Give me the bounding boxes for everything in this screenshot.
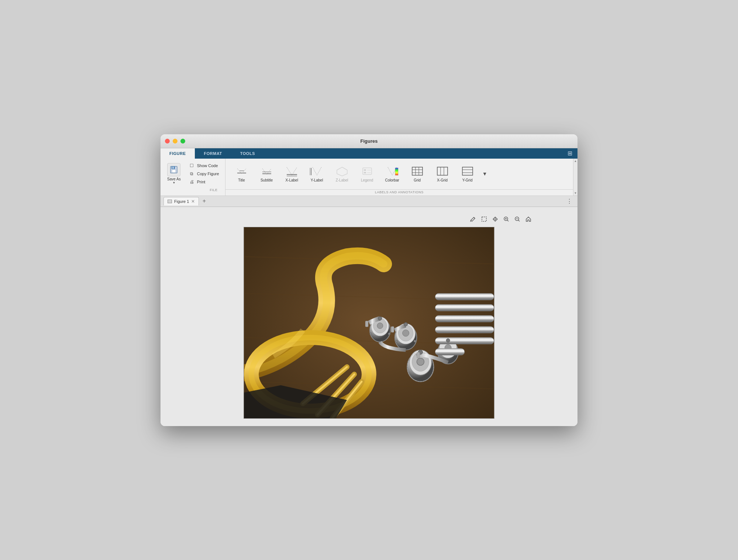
svg-rect-65 [435,293,494,300]
svg-rect-67 [435,315,494,322]
toolbar-scrollbar: ▲ ▼ [573,159,577,196]
tab-tools[interactable]: TOOLS [231,148,264,159]
grid-button[interactable]: Grid [406,162,429,186]
edit-tool-button[interactable] [468,214,478,224]
labels-section: Title Subtitle [225,159,573,196]
show-code-label: Show Code [197,163,218,168]
svg-rect-2 [172,170,176,173]
xgrid-icon [435,166,450,177]
subtitle-label: Subtitle [261,178,273,182]
ribbon-tabs: FIGURE FORMAT TOOLS ⊞ [161,148,577,159]
show-code-button[interactable]: ☐ Show Code [187,162,221,169]
svg-point-72 [404,322,408,326]
svg-rect-19 [412,167,423,175]
title-button[interactable]: Title [230,162,254,186]
select-tool-button[interactable] [479,214,489,224]
save-as-icon [167,163,180,176]
pan-tool-button[interactable] [490,214,500,224]
svg-rect-13 [363,168,372,174]
file-section: Save As ▼ ☐ Show Code ⧉ Copy Figure 🖨 Pr… [161,159,225,196]
svg-rect-70 [435,348,465,355]
svg-rect-27 [462,167,473,175]
figure-tab-close[interactable]: ✕ [191,199,195,204]
zoom-out-button[interactable] [513,214,522,224]
svg-rect-66 [435,304,494,311]
toolbar-scroll-up[interactable]: ▲ [574,159,577,163]
svg-rect-75 [365,321,368,327]
copy-figure-icon: ⧉ [189,171,195,177]
legend-label: Legend [361,178,373,182]
toolbar-scroll-down[interactable]: ▼ [574,191,577,195]
save-as-button[interactable]: Save As ▼ [165,162,183,186]
print-button[interactable]: 🖨 Print [187,178,221,186]
figure-tabs-bar: Figure 1 ✕ + ⋮ [161,196,577,207]
colorbar-button[interactable]: Colorbar [380,162,404,186]
ylabel-icon [310,166,324,177]
colorbar-icon [385,166,400,177]
svg-rect-16 [364,172,366,173]
labels-section-label: LABELS AND ANNOTATIONS [225,189,573,196]
labels-toolbar: Title Subtitle [225,159,573,189]
subtitle-button[interactable]: Subtitle [255,162,279,186]
subtitle-icon [259,166,274,177]
svg-rect-30 [168,200,172,203]
svg-line-33 [470,220,471,222]
ylabel-button[interactable]: Y-Label [305,162,329,186]
xgrid-button[interactable]: X-Grid [431,162,454,186]
svg-rect-24 [437,167,448,175]
ribbon: FIGURE FORMAT TOOLS ⊞ [161,148,577,159]
svg-rect-34 [482,217,486,221]
print-label: Print [197,180,206,184]
svg-point-80 [396,340,398,342]
legend-button: Legend [355,162,379,186]
ribbon-extra: ⊞ [565,148,577,159]
title-label: Title [238,178,245,182]
svg-point-56 [403,329,409,336]
colorbar-label: Colorbar [385,178,399,182]
add-figure-tab-button[interactable]: + [200,197,208,205]
toolbar: Save As ▼ ☐ Show Code ⧉ Copy Figure 🖨 Pr… [161,159,577,196]
figure-tab-icon [168,200,172,203]
zoom-in-button[interactable] [501,214,511,224]
svg-point-71 [378,317,382,320]
ribbon-extra-icon[interactable]: ⊞ [565,148,575,158]
maximize-button[interactable] [180,139,185,144]
tab-format[interactable]: FORMAT [195,148,231,159]
title-icon [234,166,249,177]
title-bar: Figures [161,134,577,148]
legend-icon [360,166,375,177]
zlabel-icon [335,166,349,177]
zlabel-label: Z-Label [336,178,348,182]
svg-point-79 [388,332,390,335]
window-title: Figures [361,138,378,144]
svg-rect-69 [435,337,494,344]
copy-figure-button[interactable]: ⧉ Copy Figure [187,170,221,177]
tab-figure[interactable]: FIGURE [161,148,195,159]
figure-tab-1[interactable]: Figure 1 ✕ [163,197,199,205]
svg-point-74 [446,338,450,342]
home-button[interactable] [524,214,533,224]
svg-point-81 [414,340,416,342]
figure-image [244,227,494,419]
close-button[interactable] [165,139,170,144]
window-controls [165,139,185,144]
zlabel-button: Z-Label [330,162,354,186]
file-menu-items: ☐ Show Code ⧉ Copy Figure 🖨 Print [187,162,221,186]
copy-figure-label: Copy Figure [197,172,219,176]
save-as-label: Save As [167,177,181,181]
labels-scroll-button[interactable]: ▼ [481,162,489,186]
xlabel-icon [284,166,299,177]
svg-point-78 [370,332,372,335]
ygrid-icon [460,166,475,177]
ygrid-button[interactable]: Y-Grid [456,162,479,186]
file-section-label: FILE [207,187,221,193]
svg-line-36 [507,220,509,221]
canvas-area [161,207,577,426]
print-icon: 🖨 [189,179,195,185]
xlabel-button[interactable]: X-Label [280,162,304,186]
svg-rect-76 [391,326,394,332]
minimize-button[interactable] [173,139,177,144]
svg-rect-77 [417,352,420,358]
figure-toolbar [468,214,533,224]
figure-tab-menu-button[interactable]: ⋮ [564,197,575,205]
